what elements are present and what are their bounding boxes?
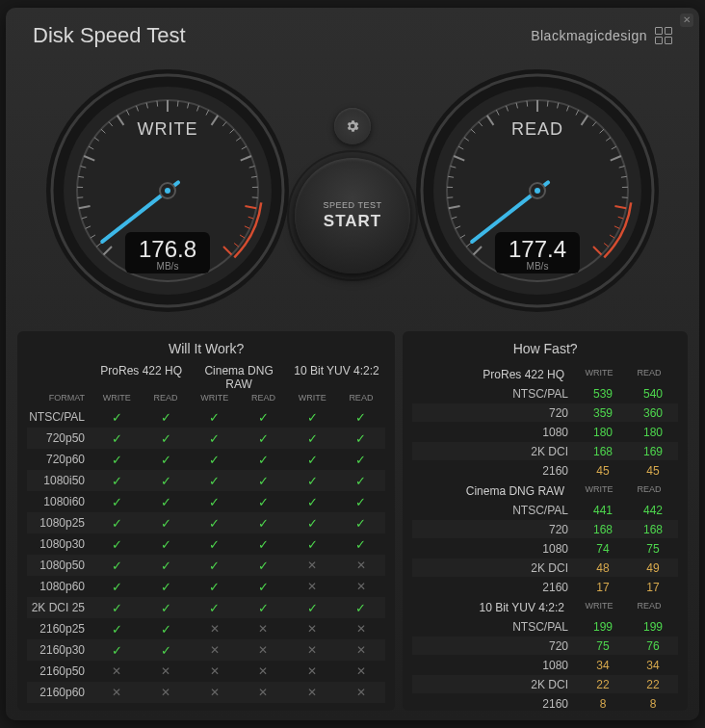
cross-icon: ✕ (356, 580, 366, 593)
result-cell: ✓ (142, 470, 191, 491)
close-button[interactable]: ✕ (680, 13, 693, 27)
check-icon: ✓ (307, 601, 318, 615)
write-value: 8 (578, 697, 628, 711)
svg-point-95 (535, 188, 540, 194)
settings-button[interactable] (334, 108, 371, 144)
write-value: 34 (578, 659, 628, 672)
how-fast-grid: ProRes 422 HQ WRITE READ NTSC/PAL 539 54… (412, 364, 678, 713)
result-cell: ✓ (142, 512, 191, 533)
result-cell: ✓ (142, 533, 191, 555)
result-cell: ✕ (92, 682, 142, 703)
read-value: 49 (628, 561, 678, 575)
result-cell: ✕ (288, 661, 337, 682)
result-cell: ✓ (142, 576, 191, 597)
brand-logo-icon (655, 27, 672, 44)
svg-point-47 (165, 188, 170, 194)
result-cell: ✓ (190, 449, 239, 470)
write-value: 168 (578, 445, 628, 458)
format-label: 1080 (412, 659, 578, 672)
check-icon: ✓ (112, 474, 122, 488)
result-cell: ✓ (239, 470, 288, 491)
cross-icon: ✕ (210, 643, 220, 657)
write-header: WRITE (288, 393, 337, 406)
format-row-label: 1080p25 (27, 512, 92, 533)
cross-icon: ✕ (258, 643, 268, 657)
result-cell: ✓ (288, 512, 337, 533)
read-value: 360 (628, 406, 678, 420)
cross-icon: ✕ (356, 664, 366, 678)
format-label: 720 (412, 639, 578, 653)
result-cell: ✕ (337, 618, 386, 639)
result-cell: ✕ (288, 639, 337, 661)
check-icon: ✓ (161, 453, 171, 467)
format-label: 2160 (412, 464, 578, 478)
write-value: 539 (578, 387, 628, 401)
check-icon: ✓ (112, 431, 122, 446)
start-small-label: SPEED TEST (324, 200, 382, 210)
gauges-row: WRITE 176.8 MB/s SPEED TEST START READ 1… (6, 56, 699, 331)
check-icon: ✓ (307, 410, 318, 425)
check-icon: ✓ (112, 516, 122, 531)
check-icon: ✓ (209, 601, 220, 615)
speed-row: 2160 45 45 (412, 461, 678, 480)
cross-icon: ✕ (356, 643, 366, 657)
format-row-label: 720p60 (27, 449, 92, 470)
header: Disk Speed Test Blackmagicdesign (6, 8, 699, 56)
result-cell: ✕ (190, 618, 239, 639)
check-icon: ✓ (355, 537, 366, 552)
result-cell: ✓ (142, 618, 191, 639)
codec-section-header: 10 Bit YUV 4:2:2 WRITE READ (412, 597, 678, 616)
codec-section-header: Cinema DNG RAW WRITE READ (412, 481, 678, 500)
check-icon: ✓ (209, 431, 220, 446)
check-icon: ✓ (161, 622, 171, 637)
result-cell: ✕ (337, 639, 386, 661)
check-icon: ✓ (112, 601, 122, 615)
write-value: 48 (578, 561, 628, 575)
read-value: 199 (628, 620, 678, 634)
check-icon: ✓ (161, 474, 171, 488)
cross-icon: ✕ (258, 686, 268, 699)
format-row-label: 2160p25 (27, 618, 92, 639)
result-cell: ✕ (190, 661, 239, 682)
result-cell: ✕ (190, 682, 239, 703)
write-header: WRITE (574, 484, 624, 498)
check-icon: ✓ (355, 431, 366, 446)
check-icon: ✓ (307, 474, 318, 488)
format-label: 1080 (412, 426, 578, 439)
speed-row: 1080 34 34 (412, 656, 678, 674)
result-cell: ✓ (142, 555, 191, 576)
result-cell: ✓ (337, 512, 386, 533)
check-icon: ✓ (258, 495, 269, 509)
svg-line-73 (547, 101, 548, 107)
codec-header: ProRes 422 HQ (92, 364, 190, 393)
result-cell: ✓ (337, 491, 386, 512)
write-value: 180 (578, 426, 628, 439)
cross-icon: ✕ (307, 643, 317, 657)
check-icon: ✓ (209, 495, 220, 509)
cross-icon: ✕ (307, 622, 317, 636)
check-icon: ✓ (307, 516, 318, 531)
result-cell: ✓ (92, 428, 142, 449)
format-row-label: 1080p30 (27, 533, 92, 555)
check-icon: ✓ (161, 431, 171, 446)
result-cell: ✕ (190, 639, 239, 661)
codec-header: 10 Bit YUV 4:2:2 (288, 364, 385, 393)
start-button[interactable]: SPEED TEST START (295, 158, 410, 273)
check-icon: ✓ (161, 495, 171, 509)
result-cell: ✓ (288, 406, 337, 428)
result-cell: ✓ (239, 597, 288, 618)
check-icon: ✓ (161, 643, 171, 658)
format-row-label: NTSC/PAL (27, 406, 92, 428)
read-value: 442 (628, 504, 678, 517)
write-header: WRITE (190, 393, 239, 406)
result-cell: ✕ (239, 661, 288, 682)
result-cell: ✓ (337, 406, 386, 428)
result-cell: ✓ (92, 597, 142, 618)
result-cell: ✕ (288, 682, 337, 703)
will-it-work-title: Will It Work? (27, 341, 385, 364)
result-cell: ✓ (337, 428, 386, 449)
format-label: 2K DCI (412, 561, 578, 575)
result-cell: ✕ (92, 661, 142, 682)
result-cell: ✓ (142, 449, 191, 470)
result-cell: ✕ (337, 661, 386, 682)
